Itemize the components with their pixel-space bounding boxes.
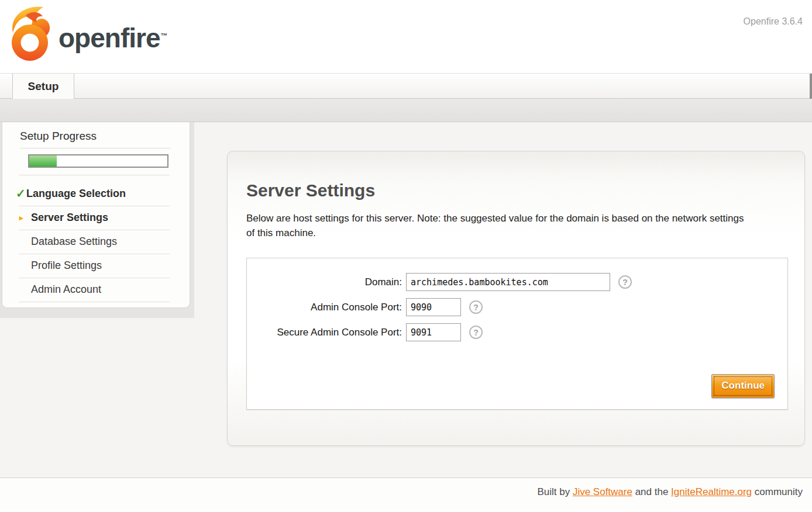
- server-settings-form: Domain: ? Admin Console Port: ? Secure A…: [246, 258, 788, 410]
- version-label: Openfire 3.6.4: [744, 16, 803, 27]
- sidebar-item-label: Profile Settings: [31, 260, 102, 271]
- brand-wordmark: openfire™: [59, 22, 167, 54]
- trademark-symbol: ™: [160, 32, 167, 40]
- check-icon: ✓: [16, 186, 26, 200]
- arrow-right-icon: ▸: [19, 213, 23, 222]
- main-panel: Server Settings Below are host settings …: [227, 151, 805, 446]
- tab-setup[interactable]: Setup: [12, 74, 74, 99]
- sidebar-item-admin-account: Admin Account: [19, 278, 170, 302]
- sidebar-item-label: Server Settings: [31, 212, 108, 223]
- continue-button[interactable]: Continue: [711, 374, 775, 398]
- sidebar-item-language-selection: ✓ Language Selection: [19, 182, 170, 206]
- progress-section: [19, 152, 170, 175]
- sidebar-item-label: Database Settings: [31, 236, 117, 247]
- help-icon[interactable]: ?: [469, 300, 483, 314]
- help-icon[interactable]: ?: [469, 326, 483, 339]
- domain-label: Domain:: [247, 276, 406, 288]
- openfire-logo-icon: [8, 4, 54, 61]
- footer-text-middle: and the: [632, 486, 671, 497]
- setup-progress-title: Setup Progress: [20, 130, 171, 148]
- tab-bar: Setup: [0, 74, 812, 99]
- sidebar-column: Setup Progress ✓ Language Selection ▸ Se…: [0, 122, 194, 318]
- page-title: Server Settings: [246, 181, 804, 200]
- page-description: Below are host settings for this server.…: [246, 212, 754, 240]
- content-area: Setup Progress ✓ Language Selection ▸ Se…: [0, 122, 812, 478]
- setup-progress-card: Setup Progress ✓ Language Selection ▸ Se…: [2, 122, 190, 308]
- help-icon[interactable]: ?: [618, 275, 632, 289]
- sidebar-item-database-settings: Database Settings: [19, 230, 170, 254]
- footer: Built by Jive Software and the IgniteRea…: [0, 478, 812, 510]
- secure-admin-console-port-label: Secure Admin Console Port:: [247, 327, 406, 338]
- sidebar-item-label: Admin Account: [31, 283, 101, 295]
- progress-fill: [29, 155, 57, 167]
- sub-navigation-bar: [0, 99, 812, 122]
- sidebar-item-label: Language Selection: [26, 188, 126, 199]
- footer-text-suffix: community: [752, 486, 803, 497]
- admin-console-port-label: Admin Console Port:: [247, 302, 406, 313]
- secure-admin-console-port-input[interactable]: [406, 323, 461, 341]
- form-row-admin-console-port: Admin Console Port: ?: [247, 298, 787, 316]
- igniterealtime-link[interactable]: IgniteRealtime.org: [671, 486, 752, 497]
- form-row-secure-admin-console-port: Secure Admin Console Port: ?: [247, 323, 787, 341]
- domain-input[interactable]: [406, 273, 610, 291]
- jive-software-link[interactable]: Jive Software: [573, 486, 632, 497]
- continue-button-label: Continue: [714, 376, 772, 396]
- window-edge-sliver: [810, 74, 812, 99]
- sidebar-item-profile-settings: Profile Settings: [19, 254, 170, 278]
- progress-bar: [28, 154, 168, 168]
- form-row-domain: Domain: ?: [247, 273, 787, 291]
- footer-text-prefix: Built by: [537, 486, 572, 497]
- header: openfire™ Openfire 3.6.4: [0, 0, 812, 74]
- sidebar-item-server-settings: ▸ Server Settings: [19, 206, 170, 230]
- admin-console-port-input[interactable]: [406, 298, 461, 316]
